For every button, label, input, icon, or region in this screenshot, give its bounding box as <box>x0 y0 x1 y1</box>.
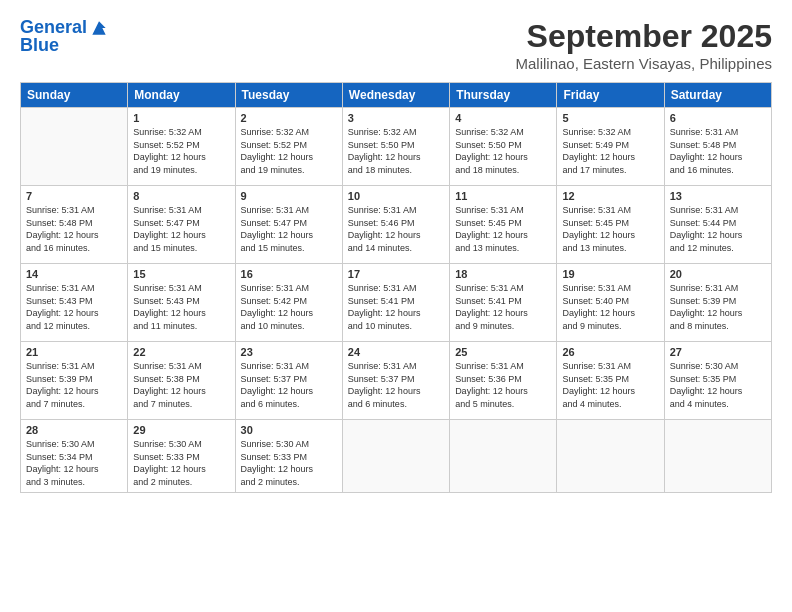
day-number: 6 <box>670 112 766 124</box>
calendar-cell: 3Sunrise: 5:32 AM Sunset: 5:50 PM Daylig… <box>342 108 449 186</box>
day-number: 18 <box>455 268 551 280</box>
day-info: Sunrise: 5:32 AM Sunset: 5:50 PM Dayligh… <box>348 126 444 176</box>
calendar-cell: 1Sunrise: 5:32 AM Sunset: 5:52 PM Daylig… <box>128 108 235 186</box>
day-number: 19 <box>562 268 658 280</box>
calendar-cell: 19Sunrise: 5:31 AM Sunset: 5:40 PM Dayli… <box>557 264 664 342</box>
day-info: Sunrise: 5:31 AM Sunset: 5:41 PM Dayligh… <box>455 282 551 332</box>
calendar-cell: 12Sunrise: 5:31 AM Sunset: 5:45 PM Dayli… <box>557 186 664 264</box>
calendar-cell: 25Sunrise: 5:31 AM Sunset: 5:36 PM Dayli… <box>450 342 557 420</box>
day-info: Sunrise: 5:31 AM Sunset: 5:45 PM Dayligh… <box>562 204 658 254</box>
day-info: Sunrise: 5:30 AM Sunset: 5:35 PM Dayligh… <box>670 360 766 410</box>
day-number: 4 <box>455 112 551 124</box>
day-info: Sunrise: 5:32 AM Sunset: 5:52 PM Dayligh… <box>133 126 229 176</box>
day-info: Sunrise: 5:32 AM Sunset: 5:49 PM Dayligh… <box>562 126 658 176</box>
day-info: Sunrise: 5:30 AM Sunset: 5:33 PM Dayligh… <box>241 438 337 488</box>
day-info: Sunrise: 5:31 AM Sunset: 5:40 PM Dayligh… <box>562 282 658 332</box>
day-info: Sunrise: 5:31 AM Sunset: 5:48 PM Dayligh… <box>26 204 122 254</box>
calendar-cell: 8Sunrise: 5:31 AM Sunset: 5:47 PM Daylig… <box>128 186 235 264</box>
header: General Blue September 2025 Malilinao, E… <box>20 18 772 72</box>
calendar-cell: 4Sunrise: 5:32 AM Sunset: 5:50 PM Daylig… <box>450 108 557 186</box>
day-number: 14 <box>26 268 122 280</box>
calendar-cell: 9Sunrise: 5:31 AM Sunset: 5:47 PM Daylig… <box>235 186 342 264</box>
calendar-cell <box>21 108 128 186</box>
day-number: 29 <box>133 424 229 436</box>
day-info: Sunrise: 5:31 AM Sunset: 5:36 PM Dayligh… <box>455 360 551 410</box>
calendar-cell: 11Sunrise: 5:31 AM Sunset: 5:45 PM Dayli… <box>450 186 557 264</box>
calendar-cell: 17Sunrise: 5:31 AM Sunset: 5:41 PM Dayli… <box>342 264 449 342</box>
day-number: 26 <box>562 346 658 358</box>
calendar-cell: 28Sunrise: 5:30 AM Sunset: 5:34 PM Dayli… <box>21 420 128 493</box>
day-info: Sunrise: 5:31 AM Sunset: 5:38 PM Dayligh… <box>133 360 229 410</box>
col-monday: Monday <box>128 83 235 108</box>
day-info: Sunrise: 5:31 AM Sunset: 5:44 PM Dayligh… <box>670 204 766 254</box>
col-saturday: Saturday <box>664 83 771 108</box>
col-thursday: Thursday <box>450 83 557 108</box>
day-number: 9 <box>241 190 337 202</box>
calendar-cell: 16Sunrise: 5:31 AM Sunset: 5:42 PM Dayli… <box>235 264 342 342</box>
day-info: Sunrise: 5:31 AM Sunset: 5:43 PM Dayligh… <box>26 282 122 332</box>
calendar-cell: 18Sunrise: 5:31 AM Sunset: 5:41 PM Dayli… <box>450 264 557 342</box>
day-number: 25 <box>455 346 551 358</box>
page: General Blue September 2025 Malilinao, E… <box>0 0 792 612</box>
day-number: 12 <box>562 190 658 202</box>
calendar-cell: 10Sunrise: 5:31 AM Sunset: 5:46 PM Dayli… <box>342 186 449 264</box>
calendar-cell: 23Sunrise: 5:31 AM Sunset: 5:37 PM Dayli… <box>235 342 342 420</box>
day-number: 27 <box>670 346 766 358</box>
location-title: Malilinao, Eastern Visayas, Philippines <box>515 55 772 72</box>
title-block: September 2025 Malilinao, Eastern Visaya… <box>515 18 772 72</box>
day-info: Sunrise: 5:31 AM Sunset: 5:39 PM Dayligh… <box>26 360 122 410</box>
calendar-cell <box>664 420 771 493</box>
col-tuesday: Tuesday <box>235 83 342 108</box>
calendar-cell: 27Sunrise: 5:30 AM Sunset: 5:35 PM Dayli… <box>664 342 771 420</box>
day-number: 3 <box>348 112 444 124</box>
day-info: Sunrise: 5:31 AM Sunset: 5:46 PM Dayligh… <box>348 204 444 254</box>
calendar-cell: 24Sunrise: 5:31 AM Sunset: 5:37 PM Dayli… <box>342 342 449 420</box>
logo-icon <box>89 18 109 38</box>
calendar-cell: 5Sunrise: 5:32 AM Sunset: 5:49 PM Daylig… <box>557 108 664 186</box>
day-number: 5 <box>562 112 658 124</box>
logo: General Blue <box>20 18 109 56</box>
day-number: 24 <box>348 346 444 358</box>
day-number: 22 <box>133 346 229 358</box>
day-number: 16 <box>241 268 337 280</box>
logo-blue: Blue <box>20 36 109 56</box>
calendar-cell: 13Sunrise: 5:31 AM Sunset: 5:44 PM Dayli… <box>664 186 771 264</box>
calendar-cell: 26Sunrise: 5:31 AM Sunset: 5:35 PM Dayli… <box>557 342 664 420</box>
day-number: 20 <box>670 268 766 280</box>
day-number: 10 <box>348 190 444 202</box>
day-info: Sunrise: 5:32 AM Sunset: 5:52 PM Dayligh… <box>241 126 337 176</box>
calendar-cell: 21Sunrise: 5:31 AM Sunset: 5:39 PM Dayli… <box>21 342 128 420</box>
day-info: Sunrise: 5:31 AM Sunset: 5:47 PM Dayligh… <box>241 204 337 254</box>
day-number: 11 <box>455 190 551 202</box>
day-info: Sunrise: 5:31 AM Sunset: 5:41 PM Dayligh… <box>348 282 444 332</box>
day-info: Sunrise: 5:31 AM Sunset: 5:39 PM Dayligh… <box>670 282 766 332</box>
calendar-cell: 20Sunrise: 5:31 AM Sunset: 5:39 PM Dayli… <box>664 264 771 342</box>
calendar-cell: 7Sunrise: 5:31 AM Sunset: 5:48 PM Daylig… <box>21 186 128 264</box>
col-sunday: Sunday <box>21 83 128 108</box>
col-wednesday: Wednesday <box>342 83 449 108</box>
day-number: 8 <box>133 190 229 202</box>
day-info: Sunrise: 5:31 AM Sunset: 5:35 PM Dayligh… <box>562 360 658 410</box>
month-title: September 2025 <box>515 18 772 55</box>
calendar-cell <box>450 420 557 493</box>
calendar-cell: 30Sunrise: 5:30 AM Sunset: 5:33 PM Dayli… <box>235 420 342 493</box>
day-number: 1 <box>133 112 229 124</box>
day-number: 21 <box>26 346 122 358</box>
calendar-cell: 6Sunrise: 5:31 AM Sunset: 5:48 PM Daylig… <box>664 108 771 186</box>
svg-marker-0 <box>92 21 105 34</box>
day-info: Sunrise: 5:30 AM Sunset: 5:33 PM Dayligh… <box>133 438 229 488</box>
day-info: Sunrise: 5:31 AM Sunset: 5:42 PM Dayligh… <box>241 282 337 332</box>
day-number: 23 <box>241 346 337 358</box>
calendar-cell <box>557 420 664 493</box>
day-number: 30 <box>241 424 337 436</box>
day-info: Sunrise: 5:30 AM Sunset: 5:34 PM Dayligh… <box>26 438 122 488</box>
day-info: Sunrise: 5:32 AM Sunset: 5:50 PM Dayligh… <box>455 126 551 176</box>
day-info: Sunrise: 5:31 AM Sunset: 5:47 PM Dayligh… <box>133 204 229 254</box>
day-info: Sunrise: 5:31 AM Sunset: 5:45 PM Dayligh… <box>455 204 551 254</box>
calendar-cell: 22Sunrise: 5:31 AM Sunset: 5:38 PM Dayli… <box>128 342 235 420</box>
calendar-cell: 29Sunrise: 5:30 AM Sunset: 5:33 PM Dayli… <box>128 420 235 493</box>
day-info: Sunrise: 5:31 AM Sunset: 5:43 PM Dayligh… <box>133 282 229 332</box>
day-info: Sunrise: 5:31 AM Sunset: 5:37 PM Dayligh… <box>241 360 337 410</box>
day-info: Sunrise: 5:31 AM Sunset: 5:37 PM Dayligh… <box>348 360 444 410</box>
day-number: 15 <box>133 268 229 280</box>
